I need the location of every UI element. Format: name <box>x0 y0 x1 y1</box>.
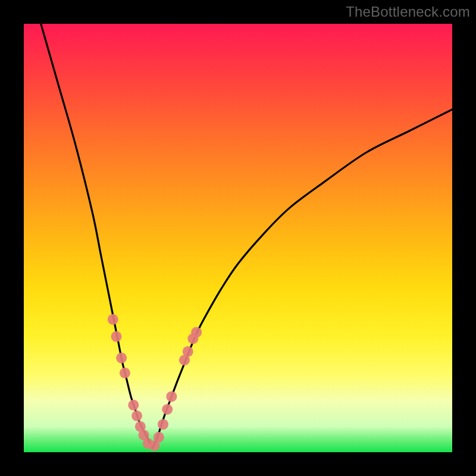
chart-frame: TheBottleneck.com <box>0 0 476 476</box>
marker-dot <box>108 314 118 325</box>
marker-dot <box>131 411 142 421</box>
curve-left-curve <box>41 24 152 448</box>
plot-area <box>24 24 452 452</box>
marker-dot <box>116 353 127 364</box>
marker-dot <box>158 419 168 430</box>
marker-dot <box>162 404 173 415</box>
markers-group <box>108 314 202 451</box>
marker-dot <box>120 368 130 378</box>
watermark-text: TheBottleneck.com <box>346 4 470 20</box>
curve-right-curve <box>152 109 452 448</box>
marker-dot <box>183 346 193 357</box>
curves-group <box>41 24 452 448</box>
marker-dot <box>166 391 177 402</box>
marker-dot <box>154 432 164 443</box>
marker-dot <box>111 331 122 342</box>
marker-dot <box>128 400 139 411</box>
chart-svg <box>24 24 452 452</box>
marker-dot <box>191 327 202 337</box>
